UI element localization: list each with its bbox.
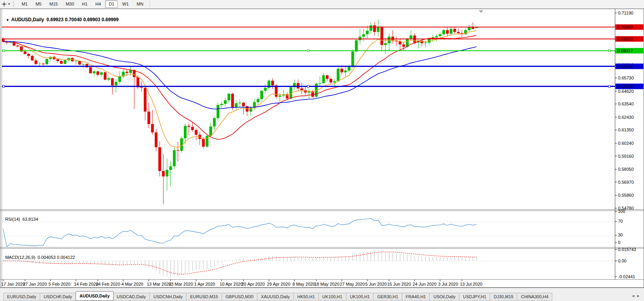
macd-name: MACD(12,26,9) [5, 255, 35, 260]
svg-text:0.64620: 0.64620 [618, 89, 634, 94]
svg-text:0.56970: 0.56970 [618, 180, 634, 185]
chart-tab-bar: EURUSD,DailyUSDCHF,DailyAUDUSD,DailyUSDC… [0, 288, 644, 301]
svg-text:10 Apr 2020: 10 Apr 2020 [220, 282, 243, 286]
timeframe-button-m30[interactable]: M30 [62, 0, 78, 8]
svg-text:0.68017: 0.68017 [617, 48, 633, 53]
macd-values: 0.004053 0.004122 [38, 255, 75, 260]
timeframe-button-w1[interactable]: W1 [118, 0, 132, 8]
svg-text:0.65730: 0.65730 [618, 76, 634, 80]
svg-text:27 May 2020: 27 May 2020 [340, 282, 365, 286]
svg-text:13 Mar 2020: 13 Mar 2020 [147, 282, 171, 286]
hline-handle[interactable] [307, 85, 309, 87]
svg-text:13 Jul 2020: 13 Jul 2020 [460, 282, 483, 286]
tabs-scroll-right-icon[interactable]: ► [637, 294, 642, 298]
tab-usdjpy-h1[interactable]: USDJPY,H1 [459, 293, 490, 301]
svg-text:0.62430: 0.62430 [618, 115, 634, 120]
chart-symbol: AUDUSD,Daily [11, 17, 44, 22]
chart-ohlc: 0.69923 0.70040 0.69903 0.69999 [46, 17, 119, 22]
timeframe-buttons: M1M5M15M30H1H4D1W1MN [18, 0, 147, 8]
svg-text:0.015743: 0.015743 [618, 247, 636, 252]
svg-text:20 Apr 2020: 20 Apr 2020 [242, 282, 265, 286]
chart-title: ▼AUDUSD,Daily0.69923 0.70040 0.69903 0.6… [3, 11, 118, 22]
svg-text:0.69010: 0.69010 [617, 37, 633, 41]
timeframe-button-m15[interactable]: M15 [46, 0, 61, 8]
hline-handle[interactable] [609, 85, 611, 87]
svg-text:100: 100 [618, 209, 625, 214]
rsi-label: RSI(14)63.8134 [3, 212, 38, 222]
svg-text:0.70007: 0.70007 [617, 25, 633, 30]
timeframe-button-m1[interactable]: M1 [18, 0, 31, 8]
timeframe-button-m5[interactable]: M5 [32, 0, 45, 8]
svg-text:0.71190: 0.71190 [618, 11, 633, 15]
timeframe-button-mn[interactable]: MN [133, 0, 147, 8]
tab-fra40-h1[interactable]: FRA40,H1 [402, 293, 430, 301]
svg-text:0: 0 [618, 240, 620, 245]
svg-text:8 May 2020: 8 May 2020 [292, 282, 315, 286]
svg-text:14 Feb 2020: 14 Feb 2020 [74, 282, 98, 286]
svg-text:0.00: 0.00 [618, 259, 626, 263]
svg-text:4 Mar 2020: 4 Mar 2020 [121, 282, 143, 286]
macd-label: MACD(12,26,9)0.004053 0.004122 [3, 250, 75, 260]
tab-ger30-h1[interactable]: GER30,H1 [374, 293, 402, 301]
tab-usdchf-daily[interactable]: USDCHF,Daily [40, 293, 76, 301]
svg-text:18 May 2020: 18 May 2020 [315, 282, 340, 286]
svg-text:0.66706: 0.66706 [617, 64, 633, 69]
svg-text:0.61350: 0.61350 [618, 127, 634, 132]
svg-text:1 Apr 2020: 1 Apr 2020 [194, 282, 215, 286]
rsi-name: RSI(14) [5, 217, 20, 222]
rsi-value: 63.8134 [22, 217, 38, 222]
svg-text:17 Jan 2020: 17 Jan 2020 [1, 282, 25, 286]
hline-handle[interactable] [3, 50, 5, 52]
chart-menu-caret-icon[interactable]: ▼ [6, 18, 9, 22]
tab-eurusd-m15[interactable]: EURUSD,M15 [187, 293, 222, 301]
svg-text:24 Feb 2020: 24 Feb 2020 [96, 282, 120, 286]
svg-text:23 Mar 2020: 23 Mar 2020 [169, 282, 193, 286]
svg-text:-0.02441: -0.02441 [618, 274, 635, 279]
svg-text:29 Apr 2020: 29 Apr 2020 [267, 282, 290, 286]
hline-handle[interactable] [3, 85, 5, 87]
hline-handle[interactable] [609, 50, 611, 52]
timeframe-button-d1[interactable]: D1 [105, 0, 118, 8]
svg-text:0.60240: 0.60240 [618, 141, 634, 146]
svg-text:3 Jul 2020: 3 Jul 2020 [438, 282, 458, 286]
tab-uk100-h1[interactable]: UK100,H1 [346, 293, 374, 301]
tab-uk100-h1[interactable]: UK100,H1 [319, 293, 346, 301]
tab-china300-h4[interactable]: CHINA300,H4 [517, 293, 552, 301]
tab-usoil-daily[interactable]: USOil,Daily [430, 293, 459, 301]
toolbar-grip[interactable] [13, 2, 15, 7]
svg-text:5 Jun 2020: 5 Jun 2020 [365, 282, 387, 286]
chart-tabs: EURUSD,DailyUSDCHF,DailyAUDUSD,DailyUSDC… [3, 291, 552, 301]
svg-text:15 Jun 2020: 15 Jun 2020 [387, 282, 411, 286]
svg-text:0.65020: 0.65020 [617, 84, 633, 89]
crosshair-tool-icon[interactable] [1, 1, 7, 7]
timeframe-button-h4[interactable]: H4 [92, 0, 104, 8]
tab-eurusd-daily[interactable]: EURUSD,Daily [3, 293, 40, 301]
chart-canvas[interactable]: 0.711900.701100.690000.679200.668100.657… [0, 0, 644, 301]
tab-gbpusd-m30[interactable]: GBPUSD,M30 [222, 293, 257, 301]
tab-scroll-arrows: ◄► [631, 294, 642, 298]
tab-dj30-m15[interactable]: DJ30,M15 [490, 293, 517, 301]
svg-text:5 Feb 2020: 5 Feb 2020 [48, 282, 70, 286]
svg-text:0.55860: 0.55860 [618, 193, 634, 198]
tab-audusd-daily[interactable]: AUDUSD,Daily [76, 291, 113, 301]
svg-text:70: 70 [618, 219, 623, 223]
tab-usdcad-daily[interactable]: USDCAD,Daily [113, 293, 150, 301]
svg-text:0.59160: 0.59160 [618, 154, 634, 159]
svg-text:30: 30 [618, 233, 623, 237]
tabs-scroll-left-icon[interactable]: ◄ [631, 294, 637, 298]
tab-hk50-h1[interactable]: HK50,H1 [294, 293, 319, 301]
svg-text:27 Jan 2020: 27 Jan 2020 [23, 282, 47, 286]
svg-text:0.58050: 0.58050 [618, 167, 634, 172]
tool-dropdown-caret-icon[interactable]: ▼ [7, 2, 11, 6]
timeframe-button-h1[interactable]: H1 [78, 0, 91, 8]
hline-handle[interactable] [307, 50, 309, 52]
tab-xauusd-daily[interactable]: XAUUSD,Daily [257, 293, 294, 301]
toolbar: ▼ M1M5M15M30H1H4D1W1MN [0, 0, 644, 9]
toolbar-separator [150, 1, 150, 7]
tab-usdcnh-daily[interactable]: USDCNH,Daily [150, 293, 187, 301]
svg-text:24 Jun 2020: 24 Jun 2020 [413, 282, 437, 286]
svg-text:0.63540: 0.63540 [618, 102, 634, 106]
